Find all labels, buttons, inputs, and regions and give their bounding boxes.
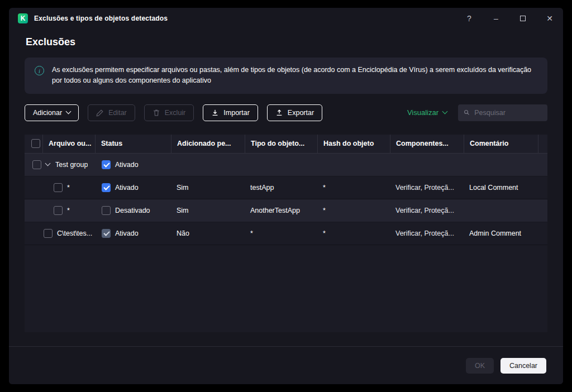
search-icon [464, 109, 470, 116]
group-name: Test group [54, 161, 88, 169]
status-label: Ativado [115, 161, 139, 169]
page-title: Exclusões [26, 36, 546, 48]
add-button[interactable]: Adicionar [25, 104, 79, 121]
import-button[interactable]: Importar [203, 104, 258, 121]
info-text: As exclusões permitem especificar arquiv… [52, 65, 537, 87]
toolbar: Adicionar Editar Excluir Importar Export… [25, 104, 547, 121]
comment: Admin Comment [464, 230, 538, 237]
components: Verificar, Proteçã... [390, 230, 464, 237]
expand-chevron-icon[interactable] [45, 161, 51, 166]
file-path: * [67, 207, 70, 214]
search-box[interactable] [458, 104, 547, 121]
table-header: Arquivo ou... Status Adicionado pe... Ti… [25, 135, 547, 154]
status-checkbox[interactable] [102, 229, 111, 238]
file-path: * [67, 184, 70, 192]
maximize-button[interactable] [518, 14, 527, 23]
added-by: Não [171, 230, 245, 237]
table-row[interactable]: * Ativado Sim testApp * Verificar, Prote… [25, 176, 547, 199]
table-row[interactable]: C\test\tes... Ativado Não * * Verificar,… [25, 222, 547, 245]
trash-icon [152, 109, 160, 117]
comment: Local Comment [464, 184, 538, 192]
exclusions-table: Arquivo ou... Status Adicionado pe... Ti… [25, 135, 547, 332]
column-header-file[interactable]: Arquivo ou... [42, 135, 95, 153]
search-input[interactable] [474, 109, 542, 117]
footer: OK Cancelar [9, 346, 563, 384]
info-icon: i [35, 66, 44, 75]
app-window: K Exclusões e tipos de objetos detectado… [9, 8, 563, 384]
cancel-button[interactable]: Cancelar [500, 358, 546, 374]
table-group-row[interactable]: Test group Ativado [25, 154, 547, 176]
edit-button[interactable]: Editar [88, 104, 135, 121]
row-checkbox[interactable] [54, 206, 63, 215]
column-header-components[interactable]: Componentes... [390, 135, 464, 153]
row-checkbox[interactable] [54, 183, 63, 192]
ok-button[interactable]: OK [466, 358, 494, 374]
object-hash: * [317, 207, 390, 214]
object-hash: * [317, 184, 390, 192]
close-button[interactable]: ✕ [545, 14, 554, 23]
file-path: C\test\tes... [57, 230, 92, 237]
titlebar: K Exclusões e tipos de objetos detectado… [9, 8, 563, 29]
delete-button[interactable]: Excluir [144, 104, 194, 121]
added-by: Sim [171, 207, 245, 214]
import-icon [211, 109, 219, 117]
column-header-hash[interactable]: Hash do objeto [317, 135, 390, 153]
kaspersky-logo-icon: K [18, 13, 28, 23]
status-checkbox[interactable] [102, 206, 111, 215]
column-header-comment[interactable]: Comentário [464, 135, 538, 153]
status-checkbox[interactable] [102, 160, 111, 169]
minimize-button[interactable]: – [492, 14, 500, 23]
column-header-status[interactable]: Status [95, 135, 171, 153]
table-row[interactable]: * Desativado Sim AnotherTestApp * Verifi… [25, 199, 547, 222]
export-button[interactable]: Exportar [267, 104, 322, 121]
status-label: Ativado [115, 230, 139, 237]
chevron-down-icon [442, 109, 448, 114]
object-type: testApp [245, 184, 317, 192]
added-by: Sim [171, 184, 245, 192]
column-header-added-by[interactable]: Adicionado pe... [171, 135, 245, 153]
components: Verificar, Proteçã... [390, 207, 464, 214]
select-all-checkbox[interactable] [31, 139, 40, 148]
scrollbar-gutter [538, 135, 547, 153]
row-checkbox[interactable] [44, 229, 53, 238]
export-icon [275, 109, 283, 117]
column-header-object-type[interactable]: Tipo do objeto... [245, 135, 317, 153]
info-banner: i As exclusões permitem especificar arqu… [25, 58, 547, 94]
status-label: Desativado [115, 207, 150, 214]
object-type: AnotherTestApp [245, 207, 317, 214]
view-dropdown[interactable]: Visualizar [407, 108, 447, 117]
chevron-down-icon [66, 109, 72, 114]
row-checkbox[interactable] [32, 160, 41, 169]
maximize-icon [520, 16, 526, 21]
status-label: Ativado [115, 184, 139, 192]
pencil-icon [96, 109, 104, 117]
object-hash: * [317, 230, 390, 237]
status-checkbox[interactable] [102, 183, 111, 192]
help-button[interactable]: ? [465, 14, 474, 23]
titlebar-controls: ? – ✕ [465, 14, 554, 23]
object-type: * [245, 230, 317, 237]
window-title: Exclusões e tipos de objetos detectados [34, 15, 168, 22]
components: Verificar, Proteçã... [390, 184, 464, 192]
